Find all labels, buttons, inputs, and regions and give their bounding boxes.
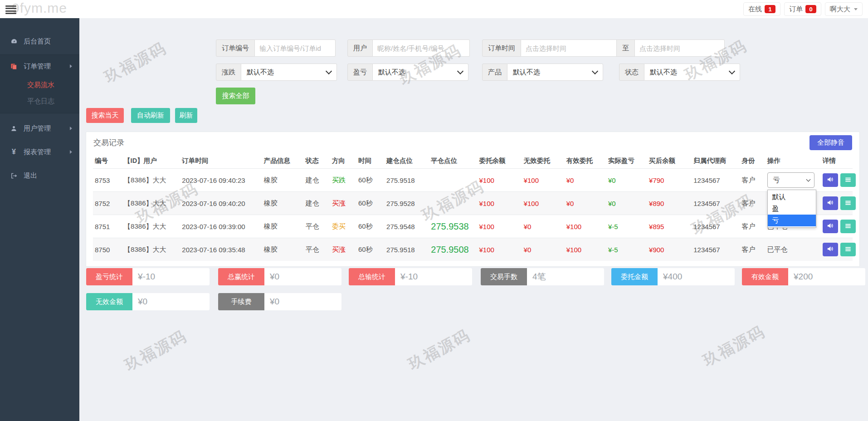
user-name: 啊大大	[830, 5, 850, 14]
cell-close-point	[429, 169, 477, 192]
selected-option: 默认不选	[247, 68, 274, 77]
operation-dropdown-list: 默认 盈 亏	[767, 190, 816, 228]
filter-status: 状态 默认不选	[619, 64, 740, 81]
sidebar-item-label: 退出	[24, 171, 37, 180]
detail-button[interactable]	[840, 196, 856, 210]
online-indicator[interactable]: 在线 1	[743, 2, 780, 16]
logout-icon	[10, 172, 18, 179]
cell-valid-entrust: ¥100	[565, 215, 606, 238]
cell-close-point: 275.9508	[429, 238, 477, 261]
stat-label: 交易手数	[481, 268, 527, 285]
search-all-button[interactable]: 搜索全部	[216, 88, 255, 104]
detail-button[interactable]	[840, 173, 856, 187]
cell-actual-profit: ¥0	[606, 192, 647, 215]
detail-button[interactable]	[840, 220, 856, 233]
cell-valid-entrust: ¥0	[565, 169, 606, 192]
cell-detail	[821, 238, 853, 261]
sound-button[interactable]	[823, 196, 838, 210]
detail-button[interactable]	[840, 243, 856, 256]
dropdown-option-default[interactable]: 默认	[768, 191, 816, 203]
stat-label: 盈亏统计	[86, 268, 132, 285]
profit-loss-operation-select[interactable]: 亏	[767, 172, 814, 188]
list-icon	[845, 246, 851, 254]
cell-detail	[821, 169, 853, 192]
col-header: 订单时间	[180, 153, 262, 169]
time-start-input[interactable]	[521, 39, 617, 57]
sound-button[interactable]	[823, 173, 838, 187]
cell-product: 橡胶	[262, 169, 304, 192]
profit-loss-select[interactable]: 默认不选	[373, 64, 468, 81]
speaker-icon	[827, 199, 834, 207]
mute-all-button[interactable]: 全部静音	[809, 135, 852, 150]
stat-invalid-amount: 无效金额 ¥0	[86, 293, 210, 310]
sidebar-item-label: 后台首页	[24, 37, 51, 46]
order-number-input[interactable]	[255, 39, 336, 57]
search-today-button[interactable]: 搜索当天	[86, 108, 124, 123]
filter-rise-fall: 涨跌 默认不选	[216, 64, 337, 81]
sidebar-item-close-log[interactable]: 平仓日志	[0, 93, 79, 109]
cell-close-point: 275.9538	[429, 215, 477, 238]
cell-user: 【8386】大大	[122, 215, 180, 238]
online-badge: 1	[765, 5, 775, 13]
product-select[interactable]: 默认不选	[507, 64, 603, 81]
orders-indicator[interactable]: 订单 0	[784, 2, 821, 16]
cell-duration: 60秒	[356, 192, 385, 215]
sidebar-item-home[interactable]: 后台首页	[0, 31, 79, 52]
sound-button[interactable]	[823, 220, 838, 233]
cell-user: 【8386】大大	[122, 169, 180, 192]
cell-invalid-entrust: ¥100	[522, 192, 565, 215]
status-label: 状态	[619, 64, 644, 81]
menu-toggle-icon[interactable]	[5, 4, 16, 15]
cell-close-point	[429, 192, 477, 215]
dashboard-icon	[10, 38, 18, 45]
sidebar-item-logout[interactable]: 退出	[0, 165, 79, 186]
cell-valid-entrust: ¥100	[565, 238, 606, 261]
cell-identity: 客户	[740, 192, 765, 215]
cell-entrust-balance: ¥100	[477, 238, 522, 261]
table-row: 8751 【8386】大大 2023-07-16 09:39:00 橡胶 平仓 …	[93, 215, 853, 238]
sidebar-item-trade-flow[interactable]: 交易流水	[0, 77, 79, 93]
cell-invalid-entrust: ¥100	[522, 169, 565, 192]
cell-user: 【8386】大大	[122, 238, 180, 261]
cell-actual-profit: ¥-5	[606, 238, 647, 261]
col-header: 状态	[304, 153, 330, 169]
col-header: 无效委托	[522, 153, 565, 169]
cell-identity: 客户	[740, 238, 765, 261]
cell-identity: 客户	[740, 169, 765, 192]
cell-status: 建仓	[304, 169, 330, 192]
cell-entrust-balance: ¥100	[477, 192, 522, 215]
status-select[interactable]: 默认不选	[644, 64, 740, 81]
direction-value: 买涨	[332, 199, 346, 207]
rise-fall-select[interactable]: 默认不选	[241, 64, 337, 81]
dropdown-option-win[interactable]: 盈	[768, 203, 816, 215]
sidebar-item-user-management[interactable]: 用户管理	[0, 118, 79, 139]
cell-product: 橡胶	[262, 215, 304, 238]
cell-direction: 买涨	[330, 192, 356, 215]
sidebar-item-report-management[interactable]: ¥ 报表管理	[0, 142, 79, 162]
sidebar-item-order-management[interactable]: 订单管理	[0, 56, 79, 77]
col-header: 实际盈亏	[606, 153, 647, 169]
chevron-down-icon	[729, 68, 735, 74]
col-header: 【ID】用户	[122, 153, 180, 169]
user-input[interactable]	[373, 39, 470, 57]
cell-detail	[821, 215, 853, 238]
logo: 9fym.me	[12, 0, 67, 16]
sidebar-item-label: 订单管理	[24, 62, 51, 71]
col-header: 归属代理商	[692, 153, 740, 169]
auto-refresh-button[interactable]: 自动刷新	[131, 108, 170, 123]
refresh-button[interactable]: 刷新	[175, 108, 197, 123]
col-header: 方向	[330, 153, 356, 169]
cell-actual-profit: ¥-5	[606, 215, 647, 238]
cell-user: 【8386】大大	[122, 192, 180, 215]
stat-value: ¥0	[264, 268, 341, 285]
user-menu[interactable]: 啊大大	[825, 2, 863, 16]
cell-order-time: 2023-07-16 09:39:00	[180, 215, 262, 238]
time-end-input[interactable]	[635, 39, 725, 57]
dropdown-option-loss[interactable]: 亏	[768, 215, 816, 226]
card-title: 交易记录	[93, 137, 124, 148]
cell-entrust-balance: ¥100	[477, 215, 522, 238]
speaker-icon	[827, 245, 834, 254]
profit-loss-label: 盈亏	[347, 64, 373, 81]
cell-open-point: 275.9518	[385, 169, 429, 192]
sound-button[interactable]	[823, 243, 838, 256]
